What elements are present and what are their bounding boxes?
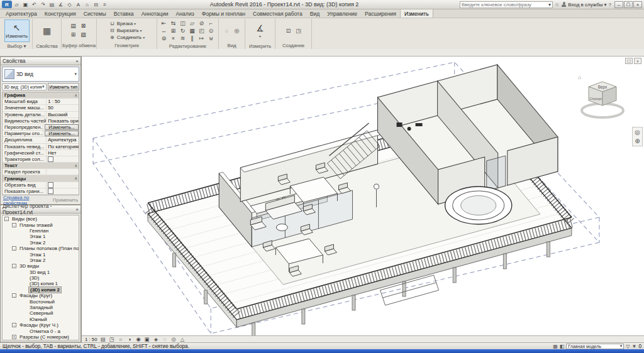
- ribbon-tab[interactable]: Архитектура: [2, 9, 41, 18]
- offset-icon[interactable]: ⇆: [169, 19, 178, 27]
- viewcube-top-label[interactable]: Верх: [598, 85, 608, 90]
- geometry-tool[interactable]: ⊔ Врезка ▾: [109, 20, 145, 27]
- show-crop-icon[interactable]: ◈: [153, 336, 160, 342]
- browser-tree-item[interactable]: - Планы потолков (План потоло...: [3, 246, 79, 251]
- property-row[interactable]: Значение масш... 50: [3, 105, 79, 111]
- browser-tree-item[interactable]: (3D): [3, 275, 79, 281]
- split-icon[interactable]: ⊘: [197, 19, 206, 27]
- browser-tree-item[interactable]: Западный: [3, 305, 79, 310]
- search-dropdown-icon[interactable]: ▾: [548, 2, 551, 8]
- tree-expander-icon[interactable]: -: [12, 323, 16, 327]
- favorites-star-icon[interactable]: ☆: [555, 2, 559, 8]
- panel-label-measure[interactable]: Измерить: [245, 43, 275, 50]
- property-value[interactable]: ∧: [73, 163, 79, 168]
- redo-icon[interactable]: ↷: [39, 1, 47, 8]
- modify-button[interactable]: ↖ Изменить: [4, 19, 30, 42]
- paste-icon[interactable]: ▤: [69, 22, 78, 30]
- tree-expander-icon[interactable]: -: [12, 293, 16, 298]
- ribbon-tab[interactable]: Системы: [80, 9, 110, 18]
- ribbon-tab[interactable]: Формы и генплан: [198, 9, 249, 18]
- create-group-icon[interactable]: ⊡: [284, 27, 293, 35]
- property-value[interactable]: ∧: [73, 176, 79, 181]
- section-icon[interactable]: ⊟: [92, 1, 100, 8]
- tree-expander-icon[interactable]: -: [12, 264, 16, 268]
- panel-label-geometry[interactable]: Геометрия: [97, 42, 157, 49]
- property-row[interactable]: Переопределен... Изменить...: [3, 124, 79, 131]
- browser-tree-item[interactable]: Этаж 2: [3, 240, 79, 246]
- app-button[interactable]: R: [2, 1, 12, 8]
- viewcube[interactable]: ⌂ Верх Спереди: [576, 72, 628, 124]
- close-button[interactable]: ×: [633, 1, 642, 8]
- hot-tub[interactable]: [445, 187, 512, 224]
- match-icon[interactable]: ≋: [179, 35, 187, 42]
- copy-element-icon[interactable]: ⊞: [169, 27, 178, 35]
- model-3d-view[interactable]: [82, 57, 644, 335]
- property-row[interactable]: Раздел проекта: [3, 169, 79, 175]
- reveal-hidden-icon[interactable]: ◎: [170, 336, 177, 342]
- browser-tree-item[interactable]: Восточный: [3, 298, 79, 304]
- tag-icon[interactable]: ◇: [65, 1, 74, 8]
- property-row[interactable]: Показать грани...: [3, 188, 79, 195]
- panel-label-select[interactable]: Выбор ▾: [1, 43, 32, 50]
- save-icon[interactable]: ▣: [21, 1, 30, 8]
- tree-expander-icon[interactable]: -: [12, 246, 16, 251]
- measure-button[interactable]: ∡ ▾: [248, 19, 273, 42]
- panel-label-properties[interactable]: Свойства: [33, 43, 61, 50]
- drawing-area[interactable]: ⌂ Верх Спереди ▢ × ◎ ⊕: [82, 57, 644, 335]
- help-icon[interactable]: ?: [609, 2, 611, 8]
- property-value[interactable]: По категориям: [47, 144, 79, 149]
- geometry-tool[interactable]: ⊕ Соединить ▾: [109, 34, 145, 41]
- design-options-icon[interactable]: ◧: [560, 344, 565, 349]
- sign-in-button[interactable]: Вход в службы ▾: [561, 2, 606, 8]
- split-gap-icon[interactable]: ∥: [188, 35, 197, 42]
- property-value[interactable]: [47, 156, 79, 162]
- minimize-button[interactable]: –: [614, 1, 623, 8]
- panel-label-view[interactable]: Вид: [219, 42, 245, 49]
- detail-level-icon[interactable]: ▤: [100, 336, 107, 342]
- panel-label-clipboard[interactable]: Буфер обмена: [62, 42, 96, 49]
- 3d-view-icon[interactable]: ⌂: [83, 1, 91, 8]
- property-row[interactable]: Масштаб вида 1 : 50: [3, 99, 79, 105]
- property-row[interactable]: Текст ∧: [3, 163, 79, 169]
- panel-label-edit[interactable]: Редактирование: [157, 43, 218, 50]
- property-value[interactable]: Высокий: [47, 112, 79, 117]
- align-icon[interactable]: ⇤: [160, 19, 169, 27]
- create-similar-icon[interactable]: ◳: [294, 27, 303, 35]
- rendering-icon[interactable]: ◉: [135, 336, 142, 342]
- browser-tree-item[interactable]: Этаж 1: [3, 251, 79, 257]
- temporary-hide-icon[interactable]: ◌: [162, 336, 169, 342]
- browser-tree-item[interactable]: + Разрезы (С номером): [3, 334, 79, 340]
- ribbon-tab[interactable]: Совместная работа: [249, 9, 306, 18]
- exclude-options-icon[interactable]: ▽: [626, 344, 630, 349]
- property-value[interactable]: Архитектура: [47, 137, 79, 143]
- override-graphics-icon[interactable]: ◎: [233, 27, 242, 35]
- ribbon-tab[interactable]: Конструкция: [41, 9, 80, 18]
- maximize-button[interactable]: ▢: [624, 1, 633, 8]
- hide-element-icon[interactable]: ◌: [223, 27, 231, 35]
- print-icon[interactable]: ▤: [48, 1, 56, 8]
- viewcube-front-label[interactable]: Спереди: [589, 97, 602, 100]
- property-value[interactable]: Нет: [47, 150, 79, 156]
- extend-icon[interactable]: ↦: [197, 35, 206, 42]
- close-icon[interactable]: ×: [75, 207, 79, 212]
- property-value[interactable]: ∧: [73, 93, 79, 98]
- ribbon-tab[interactable]: Управление: [323, 9, 361, 18]
- scale-icon[interactable]: ◰: [197, 27, 206, 35]
- browser-tree-item[interactable]: Северный: [3, 310, 79, 316]
- browser-tree-item[interactable]: - Планы этажей: [3, 222, 79, 227]
- search-input[interactable]: [462, 2, 548, 8]
- browser-tree-item[interactable]: - Виды (все): [3, 216, 79, 222]
- instance-selector[interactable]: 3D вид: (3D) копия ▾: [2, 84, 47, 90]
- measure-icon[interactable]: ∡: [57, 1, 65, 8]
- property-value[interactable]: Изменить...: [45, 131, 79, 136]
- search-box[interactable]: ▾: [460, 1, 553, 8]
- ribbon-tab[interactable]: Изменить: [400, 9, 433, 18]
- rotate-icon[interactable]: ↻: [179, 27, 187, 35]
- ribbon-tab[interactable]: Вид: [306, 9, 324, 18]
- browser-tree-item[interactable]: Генплан: [3, 228, 79, 234]
- filter-icon[interactable]: ▼: [632, 344, 637, 349]
- browser-tree-item[interactable]: (3D) копия 2: [3, 287, 79, 293]
- property-row[interactable]: Траектория сол...: [3, 156, 79, 163]
- property-value[interactable]: [47, 188, 79, 194]
- geometry-tool[interactable]: ⊟ Вырезать ▾: [109, 27, 145, 34]
